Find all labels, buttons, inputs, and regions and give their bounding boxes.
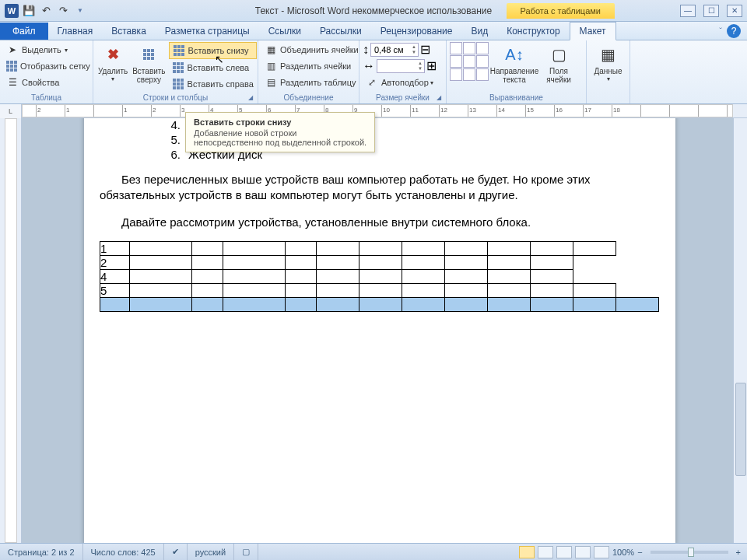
group-label-alignment: Выравнивание [450, 92, 583, 103]
autofit-button[interactable]: ⤢Автоподбор▾ [363, 75, 437, 90]
row-height-icon: ↕ [363, 43, 369, 57]
tab-design[interactable]: Конструктор [497, 23, 569, 40]
group-label-data [590, 92, 626, 103]
view-full-screen[interactable] [538, 546, 553, 558]
split-table-icon: ▤ [265, 76, 277, 89]
cursor-icon: ➤ [6, 44, 19, 56]
view-outline[interactable] [575, 546, 591, 558]
paragraph-2: Давайте рассмотрим устройства, установле… [100, 215, 660, 230]
status-bar: Страница: 2 из 2 Число слов: 425 ✔ русск… [0, 543, 747, 560]
merge-cells-button[interactable]: ▦Объединить ячейки [261, 42, 362, 58]
split-table-button[interactable]: ▤Разделить таблицу [261, 75, 362, 90]
tab-insert[interactable]: Вставка [102, 23, 156, 40]
row-height-input[interactable]: ▲▼ [370, 43, 419, 57]
horizontal-ruler[interactable]: 121123456789101112131415161718 [22, 104, 733, 117]
cell-margins-button[interactable]: ▢Поля ячейки [540, 42, 577, 86]
tab-view[interactable]: Вид [461, 23, 497, 40]
macro-record-icon: ▢ [242, 547, 250, 557]
paragraph-1: Без перечисленных выше устройств ваш ком… [100, 172, 660, 204]
merge-icon: ▦ [265, 44, 277, 56]
status-proofing[interactable]: ✔ [164, 544, 188, 560]
data-button[interactable]: ▦Данные▾ [590, 42, 626, 84]
tab-home[interactable]: Главная [48, 23, 103, 40]
group-cell-size: ↕ ▲▼ ⊟ ↔ ▲▼ ⊞ ⤢Автоподбор▾ Размер ячейки… [359, 40, 447, 103]
zoom-level[interactable]: 100% [612, 548, 634, 557]
status-page[interactable]: Страница: 2 из 2 [0, 544, 83, 560]
ruler-corner[interactable]: L [0, 104, 22, 118]
autofit-icon: ⤢ [366, 76, 378, 89]
insert-right-button[interactable]: Вставить справа [169, 76, 257, 92]
group-rows-columns: ✖Удалить▾ Вставить сверху Вставить снизу… [93, 40, 258, 103]
ribbon-minimize-icon[interactable]: ˇ [719, 26, 722, 36]
distribute-rows-icon[interactable]: ⊟ [420, 42, 430, 57]
qat-dropdown-icon[interactable]: ▼ [73, 4, 87, 18]
insert-below-icon [173, 44, 185, 57]
properties-button[interactable]: ☰Свойства [3, 75, 89, 90]
scrollbar-thumb[interactable] [735, 383, 746, 476]
tab-layout[interactable]: Макет [570, 22, 616, 40]
alignment-grid[interactable] [450, 42, 489, 81]
save-icon[interactable]: 💾 [22, 4, 36, 18]
tab-file[interactable]: Файл [0, 23, 48, 40]
group-table: ➤Выделить▾ Отобразить сетку ☰Свойства Та… [0, 40, 93, 103]
text-direction-button[interactable]: A↕Направление текста [490, 42, 538, 86]
group-label-merge: Объединение [261, 92, 356, 103]
window-title: Текст - Microsoft Word некоммерческое ис… [255, 5, 492, 16]
insert-left-button[interactable]: Вставить слева [169, 60, 257, 75]
page: 4.Видеокарта5.Звуковая карта6.Жесткий ди… [84, 118, 675, 543]
table-row[interactable]: 5 [100, 283, 659, 297]
distribute-cols-icon[interactable]: ⊞ [426, 58, 437, 73]
view-print-layout[interactable] [519, 546, 535, 558]
status-macro[interactable]: ▢ [234, 544, 258, 560]
insert-above-icon [136, 44, 161, 65]
data-icon: ▦ [596, 44, 621, 65]
group-label-table: Таблица [3, 92, 89, 103]
view-draft[interactable] [594, 546, 609, 558]
group-label-rowscols: Строки и столбцы [96, 92, 254, 103]
properties-icon: ☰ [6, 76, 19, 89]
document-table[interactable]: 1245 [100, 241, 659, 312]
zoom-out-button[interactable]: − [637, 548, 642, 557]
redo-icon[interactable]: ↷ [56, 4, 70, 18]
col-width-input[interactable]: ▲▼ [377, 59, 425, 73]
delete-x-icon: ✖ [107, 46, 119, 63]
group-merge: ▦Объединить ячейки ▥Разделить ячейки ▤Ра… [258, 40, 359, 103]
cellsize-dialog-launcher[interactable]: ◢ [437, 94, 444, 102]
tab-mailings[interactable]: Рассылки [310, 23, 371, 40]
tab-review[interactable]: Рецензирование [371, 23, 462, 40]
tab-page-layout[interactable]: Разметка страницы [156, 23, 259, 40]
tab-references[interactable]: Ссылки [259, 23, 310, 40]
status-word-count[interactable]: Число слов: 425 [83, 544, 164, 560]
page-viewport[interactable]: 4.Видеокарта5.Звуковая карта6.Жесткий ди… [22, 118, 733, 543]
insert-left-icon [172, 61, 184, 74]
close-button[interactable]: ✕ [727, 5, 742, 17]
undo-icon[interactable]: ↶ [39, 4, 53, 18]
vertical-scrollbar[interactable] [733, 118, 747, 543]
table-row[interactable]: 1 [100, 241, 659, 255]
minimize-button[interactable]: — [680, 5, 696, 17]
delete-button[interactable]: ✖Удалить▾ [96, 42, 129, 84]
view-web-layout[interactable] [556, 546, 572, 558]
maximize-button[interactable]: ☐ [703, 5, 719, 17]
ribbon-tab-bar: Файл Главная Вставка Разметка страницы С… [0, 22, 747, 40]
quick-access-toolbar: W 💾 ↶ ↷ ▼ [0, 4, 87, 18]
group-label-cellsize: Размер ячейки [363, 92, 443, 103]
rowscols-dialog-launcher[interactable]: ◢ [248, 94, 256, 102]
help-icon[interactable]: ? [727, 24, 741, 38]
zoom-slider[interactable] [651, 551, 728, 554]
split-cells-button[interactable]: ▥Разделить ячейки [261, 58, 362, 74]
group-alignment: A↕Направление текста ▢Поля ячейки Выравн… [447, 40, 587, 103]
vertical-ruler[interactable] [0, 118, 22, 543]
view-gridlines-button[interactable]: Отобразить сетку [3, 58, 89, 74]
select-button[interactable]: ➤Выделить▾ [3, 42, 89, 58]
table-row[interactable]: 4 [100, 269, 659, 283]
insert-above-button[interactable]: Вставить сверху [131, 42, 167, 86]
proofing-icon: ✔ [172, 547, 179, 557]
status-language[interactable]: русский [188, 544, 234, 560]
table-row[interactable]: 2 [100, 255, 659, 269]
col-width-icon: ↔ [363, 59, 375, 73]
table-row-selected[interactable] [100, 297, 659, 311]
contextual-tab-label: Работа с таблицами [507, 3, 615, 19]
insert-below-button[interactable]: Вставить снизу [169, 42, 257, 59]
zoom-in-button[interactable]: + [736, 548, 741, 557]
